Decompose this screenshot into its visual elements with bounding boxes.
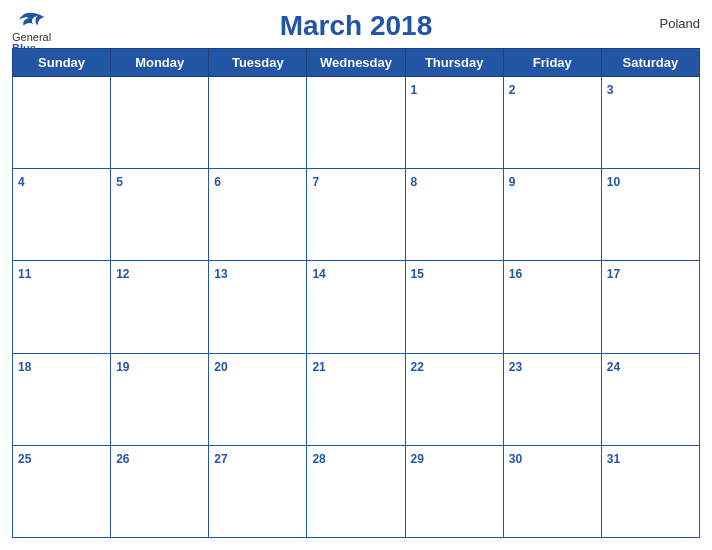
calendar-cell: 19 — [111, 353, 209, 445]
weekday-header-thursday: Thursday — [405, 49, 503, 77]
day-number: 19 — [116, 360, 129, 374]
calendar-title: March 2018 — [280, 10, 433, 42]
calendar-cell: 27 — [209, 445, 307, 537]
day-number: 4 — [18, 175, 25, 189]
calendar-cell — [111, 77, 209, 169]
day-number: 26 — [116, 452, 129, 466]
calendar-cell: 9 — [503, 169, 601, 261]
calendar-cell: 15 — [405, 261, 503, 353]
calendar-cell: 11 — [13, 261, 111, 353]
weekday-header-wednesday: Wednesday — [307, 49, 405, 77]
day-number: 16 — [509, 267, 522, 281]
day-number: 7 — [312, 175, 319, 189]
calendar-week-row: 123 — [13, 77, 700, 169]
calendar-cell: 10 — [601, 169, 699, 261]
day-number: 13 — [214, 267, 227, 281]
calendar-cell: 14 — [307, 261, 405, 353]
calendar-cell: 1 — [405, 77, 503, 169]
day-number: 23 — [509, 360, 522, 374]
logo-bird-icon — [18, 10, 46, 30]
day-number: 14 — [312, 267, 325, 281]
day-number: 12 — [116, 267, 129, 281]
calendar-cell: 2 — [503, 77, 601, 169]
day-number: 5 — [116, 175, 123, 189]
calendar-cell: 16 — [503, 261, 601, 353]
day-number: 18 — [18, 360, 31, 374]
day-number: 6 — [214, 175, 221, 189]
day-number: 22 — [411, 360, 424, 374]
calendar-cell: 31 — [601, 445, 699, 537]
day-number: 27 — [214, 452, 227, 466]
day-number: 24 — [607, 360, 620, 374]
weekday-header-monday: Monday — [111, 49, 209, 77]
day-number: 20 — [214, 360, 227, 374]
calendar-header: General Blue March 2018 Poland — [12, 10, 700, 42]
logo-area: General Blue — [12, 10, 51, 54]
calendar-cell: 24 — [601, 353, 699, 445]
day-number: 29 — [411, 452, 424, 466]
day-number: 2 — [509, 83, 516, 97]
day-number: 31 — [607, 452, 620, 466]
calendar-container: General Blue March 2018 Poland SundayMon… — [0, 0, 712, 550]
calendar-cell: 30 — [503, 445, 601, 537]
calendar-week-row: 25262728293031 — [13, 445, 700, 537]
day-number: 21 — [312, 360, 325, 374]
logo-text: General Blue — [12, 32, 51, 54]
calendar-cell: 28 — [307, 445, 405, 537]
day-number: 25 — [18, 452, 31, 466]
weekday-header-friday: Friday — [503, 49, 601, 77]
day-number: 3 — [607, 83, 614, 97]
calendar-table: SundayMondayTuesdayWednesdayThursdayFrid… — [12, 48, 700, 538]
calendar-cell: 29 — [405, 445, 503, 537]
calendar-week-row: 11121314151617 — [13, 261, 700, 353]
calendar-cell: 17 — [601, 261, 699, 353]
calendar-cell: 21 — [307, 353, 405, 445]
calendar-cell: 22 — [405, 353, 503, 445]
calendar-week-row: 18192021222324 — [13, 353, 700, 445]
calendar-cell: 5 — [111, 169, 209, 261]
calendar-cell: 8 — [405, 169, 503, 261]
day-number: 1 — [411, 83, 418, 97]
calendar-cell — [13, 77, 111, 169]
country-label: Poland — [660, 16, 700, 31]
day-number: 8 — [411, 175, 418, 189]
weekday-header-row: SundayMondayTuesdayWednesdayThursdayFrid… — [13, 49, 700, 77]
calendar-cell: 6 — [209, 169, 307, 261]
calendar-cell: 13 — [209, 261, 307, 353]
day-number: 10 — [607, 175, 620, 189]
calendar-cell: 4 — [13, 169, 111, 261]
calendar-cell: 18 — [13, 353, 111, 445]
calendar-cell: 25 — [13, 445, 111, 537]
calendar-cell: 12 — [111, 261, 209, 353]
calendar-cell: 20 — [209, 353, 307, 445]
day-number: 30 — [509, 452, 522, 466]
day-number: 17 — [607, 267, 620, 281]
calendar-cell — [307, 77, 405, 169]
day-number: 28 — [312, 452, 325, 466]
weekday-header-saturday: Saturday — [601, 49, 699, 77]
day-number: 15 — [411, 267, 424, 281]
calendar-cell: 3 — [601, 77, 699, 169]
calendar-cell: 23 — [503, 353, 601, 445]
logo-blue-text: Blue — [12, 43, 36, 54]
calendar-cell — [209, 77, 307, 169]
calendar-week-row: 45678910 — [13, 169, 700, 261]
calendar-cell: 7 — [307, 169, 405, 261]
weekday-header-tuesday: Tuesday — [209, 49, 307, 77]
calendar-cell: 26 — [111, 445, 209, 537]
day-number: 9 — [509, 175, 516, 189]
day-number: 11 — [18, 267, 31, 281]
